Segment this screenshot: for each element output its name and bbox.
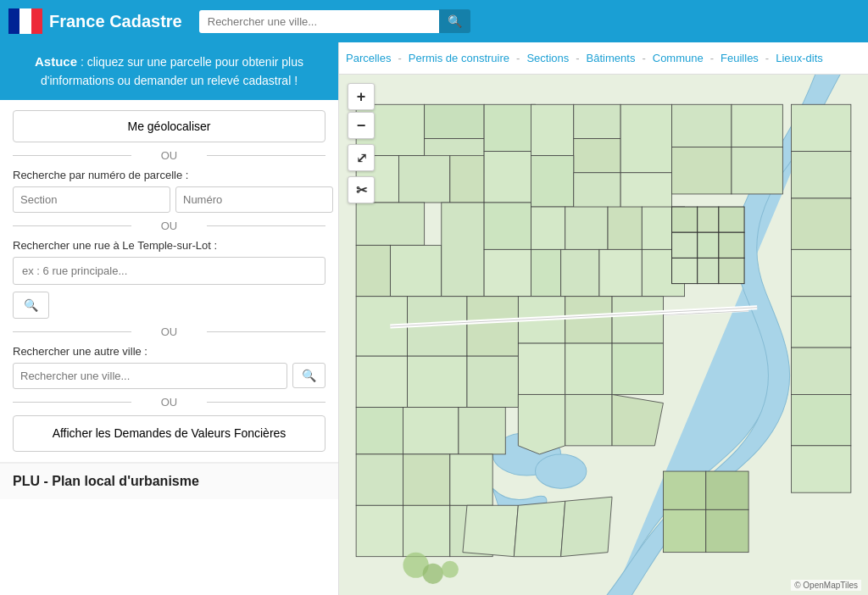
fullscreen-button[interactable]: ⤢ [348,144,375,171]
section-input[interactable] [13,186,170,213]
svg-rect-38 [467,297,518,356]
street-search-button[interactable]: 🔍 [13,292,49,319]
svg-rect-62 [356,505,403,556]
svg-rect-53 [791,198,850,249]
svg-rect-25 [565,207,608,249]
svg-rect-55 [791,297,850,348]
svg-marker-72 [463,505,518,556]
nav-parcelles[interactable]: Parcelles [339,52,398,64]
svg-rect-54 [791,249,850,296]
svg-rect-4 [425,104,484,138]
left-panel: Astuce : cliquez sur une parcelle pour o… [0,42,339,595]
header-search-input[interactable] [199,10,439,33]
svg-rect-34 [672,147,732,194]
svg-rect-28 [531,249,560,296]
zoom-out-button[interactable]: − [348,112,375,139]
svg-marker-70 [565,394,612,445]
svg-rect-30 [599,249,642,296]
map-attribution: © OpenMapTiles [791,580,861,591]
svg-rect-47 [612,297,663,343]
or-divider-3: OU [13,325,326,338]
svg-rect-77 [719,207,744,232]
svg-rect-16 [484,249,531,296]
svg-rect-68 [706,509,748,552]
svg-rect-33 [732,104,782,147]
svg-rect-12 [356,245,390,296]
nav-commune[interactable]: Commune [646,52,710,64]
header-search-form: 🔍 [199,9,470,33]
nav-lieux-dits[interactable]: Lieux-dits [769,52,830,64]
svg-rect-20 [620,104,671,173]
map-controls: + − ⤢ ✂ [348,83,375,203]
numero-input[interactable] [175,186,333,213]
svg-rect-49 [565,343,612,394]
svg-rect-19 [574,139,620,173]
nav-permis[interactable]: Permis de construire [402,52,516,64]
nav-batiments[interactable]: Bâtiments [580,52,643,64]
svg-rect-78 [672,232,698,258]
parcelle-row: 🔍 [13,186,326,213]
svg-rect-18 [574,104,620,138]
street-input[interactable] [13,257,326,285]
svg-rect-46 [565,297,612,343]
svg-rect-61 [450,454,492,505]
header-search-button[interactable]: 🔍 [439,9,470,33]
svg-rect-32 [672,104,732,147]
svg-rect-39 [356,356,407,407]
svg-point-2 [535,454,586,488]
svg-point-86 [442,561,459,578]
svg-rect-59 [356,454,403,505]
tip-text: : cliquez sur une parcelle pour obtenir … [41,55,303,87]
svg-rect-13 [390,245,441,296]
svg-rect-67 [663,509,705,552]
svg-marker-73 [514,501,565,556]
svg-rect-42 [356,408,403,454]
geolocate-button[interactable]: Me géolocaliser [13,110,326,142]
svg-rect-44 [459,408,505,454]
tip-label: Astuce [35,54,77,69]
svg-rect-6 [484,104,535,151]
main-layout: Astuce : cliquez sur une parcelle pour o… [0,42,868,595]
french-flag [8,8,42,34]
map-nav-bar: Parcelles - Permis de construire - Secti… [339,42,868,75]
dvf-button[interactable]: Afficher les Demandes de Valeurs Foncièr… [13,415,326,452]
flag-white [19,8,31,34]
svg-rect-43 [403,408,458,454]
svg-rect-35 [732,147,782,194]
nav-sections[interactable]: Sections [520,52,576,64]
svg-rect-63 [403,505,449,556]
tip-box: Astuce : cliquez sur une parcelle pour o… [0,42,338,100]
svg-marker-69 [518,394,565,453]
or-divider-4: OU [13,396,326,409]
right-panel: Parcelles - Permis de construire - Secti… [339,42,868,595]
svg-rect-51 [791,104,850,151]
svg-rect-56 [791,348,850,394]
measure-button[interactable]: ✂ [348,176,375,203]
svg-rect-48 [518,343,565,394]
header: France Cadastre 🔍 [0,0,868,42]
zoom-in-button[interactable]: + [348,83,375,110]
svg-rect-52 [791,152,850,198]
parcelle-label: Recherche par numéro de parcelle : [13,169,326,181]
city-search-row: 🔍 [13,363,326,389]
svg-rect-81 [672,258,698,283]
street-label: Rechercher une rue à Le Temple-sur-Lot : [13,239,326,252]
nav-feuilles[interactable]: Feuilles [714,52,765,64]
svg-rect-40 [408,356,467,407]
svg-rect-82 [698,258,719,283]
city-search-input[interactable] [13,363,287,389]
city-label: Rechercher une autre ville : [13,345,326,358]
svg-rect-76 [698,207,719,232]
svg-rect-66 [706,471,748,509]
svg-rect-9 [450,156,484,203]
map-container[interactable]: + − ⤢ ✂ © OpenMapTiles [339,75,868,595]
svg-point-85 [423,564,443,584]
svg-rect-65 [663,471,705,509]
svg-marker-71 [612,394,663,445]
city-search-button[interactable]: 🔍 [292,363,326,388]
svg-rect-75 [672,207,698,232]
svg-rect-17 [531,104,573,155]
svg-rect-79 [698,232,719,258]
svg-rect-83 [719,258,744,283]
svg-rect-10 [484,152,535,203]
